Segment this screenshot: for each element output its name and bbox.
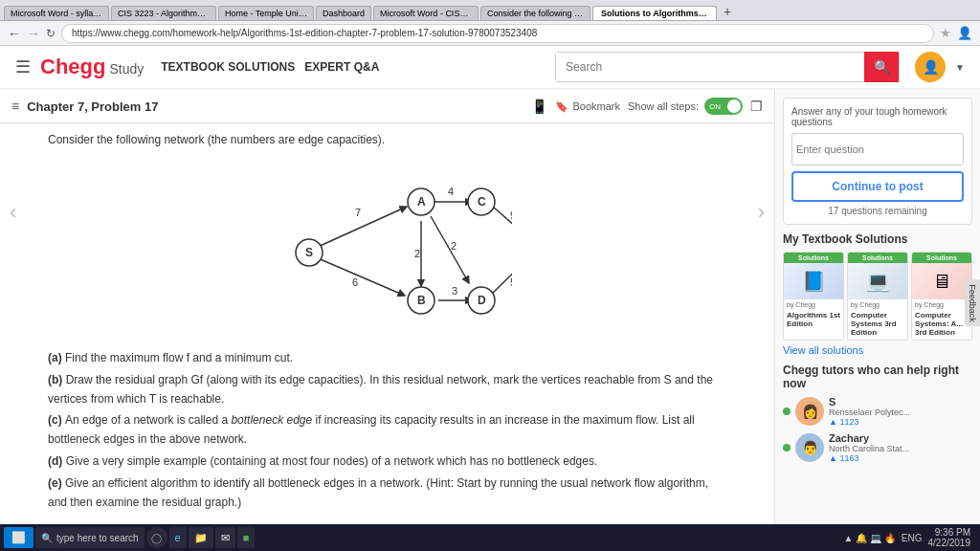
problem-parts: (a) Find the maximum flow f and a minimu… — [48, 349, 726, 512]
cortana-icon[interactable]: ◯ — [146, 527, 167, 548]
browser-tab-1[interactable]: Microsoft Word - syllabus-3221... — [4, 6, 109, 20]
bookmark-icon: 🔖 — [555, 100, 568, 113]
phone-icon[interactable]: 📱 — [531, 99, 547, 114]
chegg-logo-text: Chegg — [40, 55, 105, 79]
dropdown-arrow[interactable]: ▼ — [955, 62, 965, 73]
next-arrow[interactable]: › — [758, 200, 765, 225]
solution-card-3[interactable]: Solutions 🖥 by Chegg Computer Systems: A… — [911, 252, 972, 341]
browser-tab-4[interactable]: Dashboard — [316, 6, 371, 20]
search-input[interactable] — [556, 53, 864, 81]
browser-tab-5[interactable]: Microsoft Word - CIS2107-Com... — [373, 6, 479, 20]
tutor-avatar-1[interactable]: 👩 — [795, 397, 824, 426]
taskbar-lang: ENG — [902, 533, 923, 543]
tutor-item-1: 👩 S Rensselaer Polytec... ▲ 1123 — [783, 396, 972, 427]
question-input[interactable] — [791, 133, 964, 165]
taskbar-datetime: 9:36 PM 4/22/2019 — [928, 527, 971, 548]
problem-intro: Consider the following network (the numb… — [48, 133, 726, 146]
label-c-t: 9 — [510, 209, 512, 221]
tutor-rating-2: ▲ 1163 — [829, 453, 909, 463]
label-s-a: 7 — [355, 207, 361, 218]
search-taskbar-text: type here to search — [56, 533, 139, 543]
chegg-logo[interactable]: Chegg Study — [40, 55, 144, 79]
avatar-btn[interactable]: 👤 — [915, 52, 946, 82]
solution-card-1[interactable]: Solutions 📘 by Chegg Algorithms 1st Edit… — [783, 252, 844, 341]
content-area: ≡ Chapter 7, Problem 17 📱 🔖 Bookmark Sho… — [0, 90, 774, 524]
questions-remaining: 17 questions remaining — [791, 206, 964, 216]
feedback-btn[interactable]: Feedback — [965, 279, 980, 327]
part-a-text: Find the maximum flow f and a minimum cu… — [65, 351, 293, 364]
node-s-label: S — [305, 246, 313, 259]
solution-title-1: Algorithms 1st Edition — [784, 310, 843, 331]
tutor-school-1: Rensselaer Polytec... — [829, 408, 910, 417]
tutor-online-dot-2 — [783, 444, 791, 452]
tutor-school-2: North Carolina Stat... — [829, 444, 909, 453]
part-c-label: (c) — [48, 413, 65, 427]
label-a-b: 2 — [414, 248, 420, 259]
url-text: https://www.chegg.com/homework-help/Algo… — [72, 28, 537, 38]
new-tab-btn[interactable]: + — [719, 3, 736, 20]
tutor-online-dot-1 — [783, 408, 791, 415]
problem-header: ≡ Chapter 7, Problem 17 📱 🔖 Bookmark Sho… — [0, 90, 774, 123]
browser-tab-active[interactable]: Solutions to Algorithms (97800... — [592, 6, 717, 20]
prev-arrow[interactable]: ‹ — [10, 200, 16, 225]
solution-img-1: 📘 — [784, 263, 843, 299]
part-c: (c) An edge of a network is called a bot… — [48, 411, 726, 450]
part-e-label: (e) — [48, 476, 65, 490]
question-box: Answer any of your tough homework questi… — [783, 98, 972, 225]
part-c-text: An edge of a network is called a bottlen… — [48, 413, 695, 446]
solution-badge-3: Solutions — [912, 253, 971, 263]
bookmark-btn[interactable]: 🔖 Bookmark — [555, 100, 620, 113]
search-button[interactable]: 🔍 — [864, 52, 899, 82]
graph-container: 7 6 4 2 2 3 9 5 S A C — [48, 154, 726, 345]
bookmark-label: Bookmark — [572, 100, 620, 112]
chegg-header: ☰ Chegg Study TEXTBOOK SOLUTIONS EXPERT … — [0, 46, 980, 90]
forward-btn[interactable]: → — [27, 26, 40, 41]
edge-c-t — [493, 207, 512, 240]
part-a: (a) Find the maximum flow f and a minimu… — [48, 349, 726, 368]
continue-btn[interactable]: Continue to post — [791, 171, 964, 202]
star-icon[interactable]: ★ — [940, 26, 951, 40]
taskbar-excel-btn[interactable]: ■ — [237, 527, 256, 548]
address-bar-row: ← → ↻ https://www.chegg.com/homework-hel… — [0, 21, 980, 46]
solution-badge-2: Solutions — [848, 253, 907, 263]
node-c-label: C — [478, 195, 486, 209]
taskbar-folder-btn[interactable]: 📁 — [189, 527, 213, 548]
hamburger-menu[interactable]: ☰ — [15, 56, 31, 77]
back-btn[interactable]: ← — [8, 26, 21, 41]
list-icon[interactable]: ≡ — [11, 99, 19, 114]
browser-tab-2[interactable]: CIS 3223 - Algorithms and Data... — [111, 6, 216, 20]
solution-title-3: Computer Systems: A... 3rd Edition — [912, 310, 971, 340]
search-taskbar-btn[interactable]: 🔍 type here to search — [35, 527, 145, 548]
question-prompt: Answer any of your tough homework questi… — [791, 106, 964, 127]
taskbar-ie-btn[interactable]: e — [169, 527, 187, 548]
edge-d-t — [490, 257, 512, 296]
search-taskbar-icon: 🔍 — [41, 533, 53, 543]
address-bar[interactable]: https://www.chegg.com/homework-help/Algo… — [61, 24, 934, 43]
tutor-info-2: Zachary North Carolina Stat... ▲ 1163 — [829, 432, 909, 463]
part-b: (b) Draw the residual graph Gf (along wi… — [48, 371, 726, 409]
refresh-btn[interactable]: ↻ — [46, 27, 56, 40]
nav-textbook[interactable]: TEXTBOOK SOLUTIONS — [161, 60, 295, 74]
edge-a-d — [431, 216, 469, 283]
taskbar-time: 9:36 PM — [928, 527, 971, 538]
taskbar-mail-btn[interactable]: ✉ — [215, 527, 235, 548]
search-container: 🔍 — [555, 52, 900, 82]
node-d-label: D — [478, 294, 486, 307]
node-b-label: B — [417, 294, 426, 307]
show-steps-container: Show all steps: ON — [628, 98, 743, 115]
label-a-c: 4 — [448, 186, 454, 197]
view-all-solutions[interactable]: View all solutions — [783, 344, 972, 356]
start-btn[interactable]: ⬜ — [4, 527, 33, 548]
user-icon[interactable]: 👤 — [957, 26, 972, 40]
tutor-avatar-2[interactable]: 👨 — [795, 433, 824, 462]
show-steps-label: Show all steps: — [628, 100, 699, 112]
nav-expertqa[interactable]: EXPERT Q&A — [304, 60, 379, 74]
edge-s-a — [316, 207, 407, 248]
toggle-switch[interactable]: ON — [704, 98, 743, 115]
textbook-solutions-heading: My Textbook Solutions — [783, 232, 972, 246]
expand-icon[interactable]: ❐ — [750, 99, 763, 114]
browser-tab-3[interactable]: Home - Temple University Por... — [218, 6, 314, 20]
toggle-knob — [727, 99, 741, 113]
solution-card-2[interactable]: Solutions 💻 by Chegg Computer Systems 3r… — [847, 252, 908, 341]
browser-tab-6[interactable]: Consider the following network... — [480, 6, 590, 20]
